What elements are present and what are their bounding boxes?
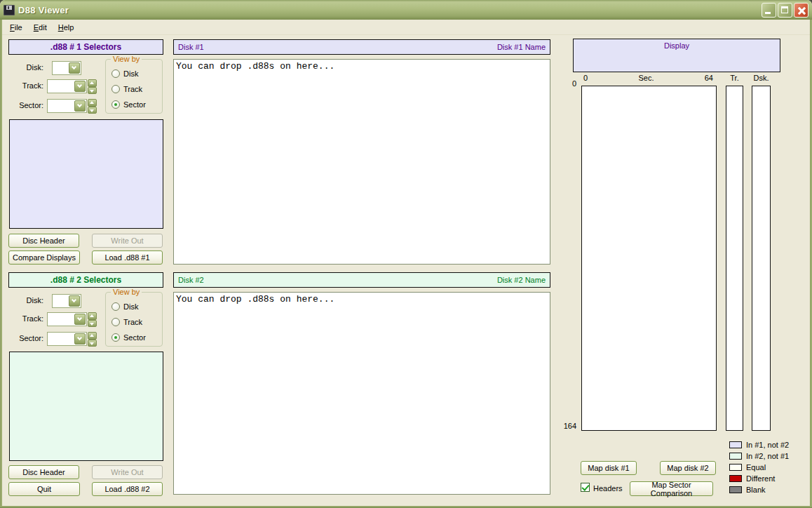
map-disk1-button[interactable]: Map disk #1 — [581, 461, 637, 475]
spinner-down-icon[interactable] — [88, 340, 97, 347]
radio-label-disk: Disk — [123, 69, 138, 78]
radio-icon[interactable] — [111, 69, 120, 78]
selectors2-title: .d88 # 2 Selectors — [50, 275, 121, 285]
legend-swatch — [729, 441, 742, 448]
view-by-track-option-1[interactable]: Track — [111, 85, 142, 93]
sector-map — [581, 86, 717, 431]
load-d88-2-button[interactable]: Load .d88 #2 — [92, 482, 163, 496]
legend-label: Different — [746, 474, 775, 483]
track-map — [726, 86, 743, 431]
disk1-dropzone[interactable]: You can drop .d88s on here... — [173, 59, 550, 265]
sec-axis-end: 64 — [705, 74, 713, 82]
spinner-up-icon[interactable] — [88, 79, 97, 87]
spinner-up-icon[interactable] — [88, 99, 97, 107]
chevron-shape — [77, 316, 82, 321]
disk1-header-label: Disk #1 — [178, 43, 204, 51]
close-button[interactable] — [794, 3, 808, 18]
write-out-button-2: Write Out — [92, 465, 163, 479]
radio-icon[interactable] — [111, 318, 120, 326]
menu-help[interactable]: Help — [53, 22, 80, 33]
dsk-axis-label: Dsk. — [752, 74, 771, 82]
chevron-shape — [72, 65, 76, 69]
radio-selected-icon[interactable] — [111, 333, 120, 342]
chevron-shape — [72, 298, 76, 302]
view-by-label: View by — [111, 55, 142, 63]
spinner-up-icon[interactable] — [88, 312, 97, 320]
chevron-down-icon[interactable] — [74, 81, 86, 92]
disk2-field-label: Disk: — [7, 296, 43, 305]
sector2-spinner[interactable] — [88, 332, 97, 347]
view-by-track-option-2[interactable]: Track — [111, 318, 142, 326]
window-frame-left — [0, 20, 2, 508]
radio-label-sector: Sector — [123, 333, 146, 342]
chevron-shape — [77, 102, 82, 107]
menu-bar: File Edit Help — [2, 20, 810, 35]
menu-file[interactable]: File — [4, 22, 28, 33]
spinner-down-icon[interactable] — [88, 87, 97, 95]
map-sector-comparison-button[interactable]: Map Sector Comparison — [630, 481, 713, 496]
view-by-sector-option-2[interactable]: Sector — [111, 333, 146, 342]
sector2-select[interactable] — [47, 332, 87, 346]
spinner-up-icon[interactable] — [88, 332, 97, 340]
compare-displays-button[interactable]: Compare Displays — [8, 250, 80, 265]
legend-label: In #1, not #2 — [746, 441, 789, 449]
tr-axis-label: Tr. — [726, 74, 743, 82]
chevron-down-icon[interactable] — [69, 62, 80, 74]
track2-select[interactable] — [47, 312, 87, 326]
quit-button[interactable]: Quit — [8, 482, 80, 496]
chevron-down-icon[interactable] — [74, 100, 86, 112]
radio-icon[interactable] — [111, 85, 120, 93]
disc-header-button-2[interactable]: Disc Header — [8, 465, 79, 479]
maximize-icon — [781, 6, 788, 13]
disc-header-button-1[interactable]: Disc Header — [8, 234, 79, 248]
track2-spinner[interactable] — [88, 312, 97, 327]
radio-label-track: Track — [123, 85, 142, 93]
disk-map — [752, 86, 771, 431]
disk2-select[interactable] — [52, 294, 81, 308]
view-by-group-1: View by Disk Track Sector — [105, 59, 163, 114]
chevron-shape — [77, 83, 82, 88]
sector1-spinner[interactable] — [88, 99, 97, 114]
spinner-down-icon[interactable] — [88, 320, 97, 328]
load-d88-1-button[interactable]: Load .d88 #1 — [92, 250, 163, 265]
app-window: D88 Viewer File Edit Help .d88 # 1 Selec… — [0, 0, 812, 508]
view-by-sector-option-1[interactable]: Sector — [111, 100, 146, 109]
legend-swatch — [729, 486, 742, 493]
sector1-select[interactable] — [47, 99, 87, 113]
view-by-disk-option-1[interactable]: Disk — [111, 69, 138, 78]
legend-label: Equal — [746, 463, 766, 472]
maximize-button[interactable] — [778, 3, 792, 18]
disk1-select[interactable] — [52, 61, 81, 75]
legend-label: Blank — [746, 486, 766, 494]
sec-axis-label: Sec. — [638, 74, 654, 82]
disk1-field-label: Disk: — [7, 63, 43, 72]
map-disk2-button[interactable]: Map disk #2 — [660, 461, 716, 475]
track1-spinner[interactable] — [88, 79, 97, 94]
headers-checkbox[interactable] — [581, 483, 590, 492]
chevron-down-icon[interactable] — [74, 333, 86, 345]
legend-label: In #2, not #1 — [746, 452, 789, 460]
chevron-down-icon[interactable] — [69, 295, 80, 307]
spinner-down-icon[interactable] — [88, 107, 97, 114]
chevron-shape — [77, 335, 82, 340]
sector2-field-label: Sector: — [7, 334, 43, 342]
menu-edit[interactable]: Edit — [28, 22, 53, 33]
title-bar[interactable]: D88 Viewer — [0, 0, 812, 20]
view-by-disk-option-2[interactable]: Disk — [111, 302, 138, 311]
selectors1-title: .d88 # 1 Selectors — [50, 42, 121, 52]
sec-axis: 0 Sec. 64 — [581, 74, 717, 82]
window-title: D88 Viewer — [18, 5, 762, 15]
radio-label-track: Track — [123, 318, 142, 326]
chevron-down-icon[interactable] — [74, 314, 86, 325]
track1-select[interactable] — [47, 79, 87, 93]
minimize-button[interactable] — [762, 3, 776, 18]
selector-display-1 — [9, 119, 163, 229]
radio-selected-icon[interactable] — [111, 100, 120, 109]
headers-checkbox-label: Headers — [593, 484, 623, 493]
disk2-name-label: Disk #2 Name — [497, 276, 546, 284]
disk2-dropzone[interactable]: You can drop .d88s on here... — [173, 292, 550, 495]
radio-label-sector: Sector — [123, 100, 146, 109]
selectors1-header: .d88 # 1 Selectors — [8, 39, 163, 55]
app-floppy-icon — [4, 5, 15, 15]
radio-icon[interactable] — [111, 302, 120, 311]
